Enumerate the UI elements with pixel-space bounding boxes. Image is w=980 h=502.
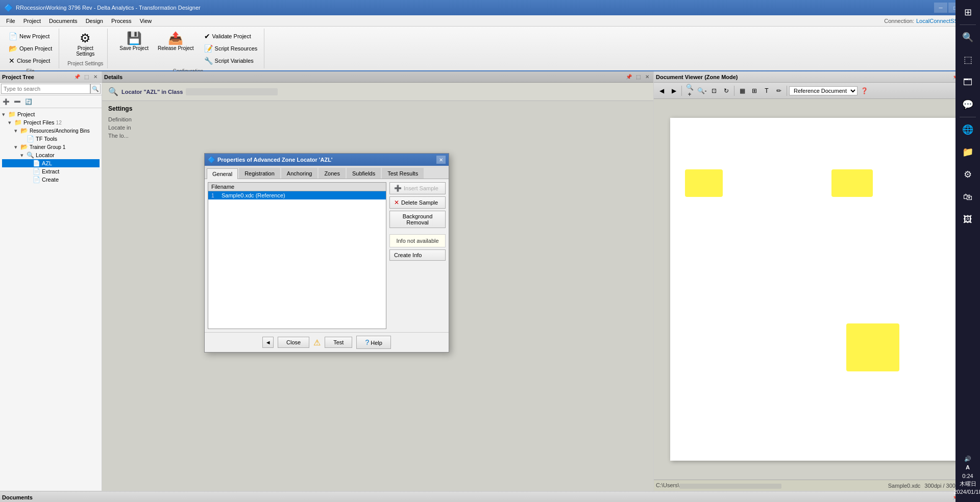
viewer-rotate-button[interactable]: ↻: [721, 85, 732, 96]
search-sidebar-icon[interactable]: 🔍: [958, 27, 978, 47]
close-modal-button[interactable]: Close: [278, 337, 309, 348]
release-icon: 📤: [168, 32, 183, 44]
expand-all-button[interactable]: ➕: [1, 96, 11, 107]
viewer-zoom-in-button[interactable]: 🔍+: [684, 85, 695, 96]
file-number: 1: [211, 193, 222, 198]
tab-zones[interactable]: Zones: [318, 168, 346, 179]
tab-test-results[interactable]: Test Results: [382, 168, 424, 179]
close-project-label: Close Project: [17, 58, 50, 64]
script-resources-icon: 📝: [204, 44, 213, 53]
store-icon[interactable]: 🛍: [958, 187, 978, 207]
new-project-icon: 📄: [9, 32, 17, 40]
script-variables-icon: 🔧: [204, 57, 213, 65]
files-icon[interactable]: 📁: [958, 142, 978, 162]
sep1: [681, 86, 682, 96]
details-panel: Details 📌 ⬚ ✕ 🔍 Locator "AZL" in Class S…: [102, 71, 653, 491]
tree-content: ▾ 📁 Project ▾ 📁 Project Files 12 ▾ 📂 Res…: [0, 108, 102, 491]
day-display: 木曜日: [953, 480, 980, 488]
project-tree-title: Project Tree: [2, 74, 34, 80]
teams-icon[interactable]: 💬: [958, 94, 978, 115]
document-type-select[interactable]: Reference Document Zone Results: [789, 86, 857, 95]
config-buttons-row: 💾 Save Project 📤 Release Project ✔ Valid…: [116, 31, 260, 66]
new-project-button[interactable]: 📄 New Project: [6, 31, 55, 42]
create-info-button[interactable]: Create Info: [389, 249, 446, 261]
collapse-all-button[interactable]: ➖: [12, 96, 22, 107]
tree-item-trainer[interactable]: ▾ 📂 Trainer Group 1: [2, 143, 100, 151]
viewer-text-button[interactable]: T: [761, 85, 772, 96]
viewer-draw-button[interactable]: ✏: [773, 85, 785, 96]
tab-general[interactable]: General: [207, 168, 238, 179]
tab-subfields[interactable]: Subfields: [347, 168, 381, 179]
search-button[interactable]: 🔍: [90, 84, 101, 94]
viewer-zones-button[interactable]: ⊞: [749, 85, 760, 96]
save-icon: 💾: [127, 32, 142, 44]
menu-process[interactable]: Process: [107, 17, 136, 25]
titlebar: 🔷 RRocessionWorking 3796 Rev - Delta Ana…: [0, 0, 980, 15]
project-tree-panel: Project Tree 📌 ⬚ ✕ 🔍 ➕ ➖ 🔄 ▾ 📁 Project: [0, 71, 102, 491]
insert-sample-button[interactable]: ➕ Insert Sample: [389, 182, 446, 194]
save-project-button[interactable]: 💾 Save Project: [116, 31, 152, 53]
tree-item-extract[interactable]: 📄 Extract: [2, 167, 100, 175]
release-project-button[interactable]: 📤 Release Project: [154, 31, 198, 53]
tab-registration[interactable]: Registration: [239, 168, 280, 179]
paint-icon[interactable]: 🖼: [958, 209, 978, 230]
viewer-prev-button[interactable]: ◀: [656, 85, 667, 96]
notification-area[interactable]: 🔊: [964, 456, 971, 462]
viewer-fit-button[interactable]: ⊡: [708, 85, 720, 96]
sep3: [787, 86, 787, 96]
delete-sample-button[interactable]: ✕ Delete Sample: [389, 196, 446, 209]
header-buttons: 📌 ⬚ ✕: [73, 73, 100, 81]
release-label: Release Project: [158, 45, 194, 51]
menu-design[interactable]: Design: [82, 17, 107, 25]
refresh-button[interactable]: 🔄: [23, 96, 34, 107]
close-tree-button[interactable]: ✕: [91, 73, 100, 81]
sep2: [734, 86, 734, 96]
search-input[interactable]: [1, 84, 90, 94]
ribbon-group-project-settings: ⚙ ProjectSettings Project Settings: [63, 29, 108, 68]
tree-item-resources[interactable]: ▾ 📂 Resources/Anchoring Bins: [2, 127, 100, 135]
script-resources-button[interactable]: 📝 Script Resources: [202, 43, 260, 54]
taskview-icon[interactable]: ⬚: [958, 49, 978, 70]
minimize-button[interactable]: ─: [934, 3, 947, 13]
nav-back-button[interactable]: ◄: [262, 337, 274, 348]
menu-view[interactable]: View: [136, 17, 156, 25]
viewer-next-button[interactable]: ▶: [668, 85, 679, 96]
project-settings-button[interactable]: ⚙ ProjectSettings: [72, 31, 98, 58]
tab-anchoring[interactable]: Anchoring: [281, 168, 318, 179]
help-footer-button[interactable]: ? Help: [356, 336, 390, 349]
tree-item-project-files[interactable]: ▾ 📁 Project Files 12: [2, 118, 100, 127]
tree-item-azl[interactable]: 📄 AZL: [2, 159, 100, 167]
script-variables-button[interactable]: 🔧 Script Variables: [202, 55, 260, 66]
widgets-icon[interactable]: 🗔: [958, 72, 978, 92]
tree-item-create[interactable]: 📄 Create: [2, 175, 100, 184]
menu-project[interactable]: Project: [19, 17, 45, 25]
info-not-available-text: Info not available: [393, 238, 442, 244]
tree-item-tf-tools[interactable]: 📄 TF Tools: [2, 135, 100, 143]
background-removal-button[interactable]: Background Removal: [389, 211, 446, 228]
tree-item-locator[interactable]: ▾ 🔍 Locator: [2, 151, 100, 159]
background-removal-label: Background Removal: [394, 213, 441, 225]
viewer-zoom-out-button[interactable]: 🔍-: [696, 85, 707, 96]
help-icon-footer: ?: [365, 338, 369, 346]
modal-close-button[interactable]: ✕: [436, 156, 446, 164]
viewer-header: Document Viewer (Zone Mode) 📌 ⬚ ✕: [654, 71, 980, 83]
close-project-button[interactable]: ✕ Close Project: [6, 55, 55, 66]
pin-button[interactable]: 📌: [73, 73, 81, 81]
open-project-button[interactable]: 📂 Open Project: [6, 43, 55, 54]
menu-documents[interactable]: Documents: [45, 17, 82, 25]
windows-start-icon[interactable]: ⊞: [958, 2, 978, 22]
connection-value[interactable]: LocalConnectSSL: [916, 18, 961, 24]
language-indicator[interactable]: A: [966, 464, 970, 470]
float-button[interactable]: ⬚: [82, 73, 90, 81]
viewer-help-button[interactable]: ❓: [859, 85, 870, 96]
filename-column-header: Filename: [211, 184, 234, 190]
settings-icon[interactable]: ⚙: [958, 164, 978, 185]
test-button[interactable]: Test: [325, 337, 352, 348]
ie-icon[interactable]: 🌐: [958, 119, 978, 140]
modal-footer: ◄ Close ⚠ Test ? Help: [205, 332, 449, 352]
validate-project-button[interactable]: ✔ Validate Project: [202, 31, 260, 42]
file-list-item-sample0[interactable]: 1 Sample0.xdc (Reference): [208, 191, 386, 199]
viewer-select-button[interactable]: ▦: [737, 85, 748, 96]
tree-item-root[interactable]: ▾ 📁 Project: [2, 110, 100, 118]
menu-file[interactable]: File: [2, 17, 19, 25]
